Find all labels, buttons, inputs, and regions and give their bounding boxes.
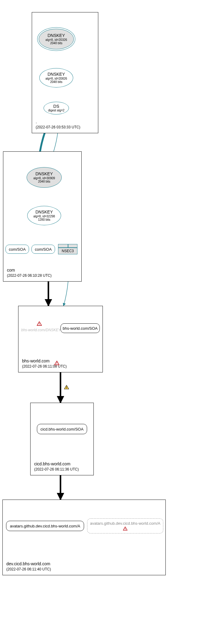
- node-dev-a-ok[interactable]: avatars.github.dev.cicd.bhs-world.com/A: [6, 521, 84, 531]
- zone-root-name: .: [36, 119, 80, 125]
- dnsviz-graph: . (2022-07-26 03:53:33 UTC) DNSKEY alg=8…: [0, 0, 212, 644]
- svg-rect-3: [57, 364, 57, 365]
- node-com-soa-2[interactable]: com/SOA: [31, 245, 55, 254]
- node-root-ksk[interactable]: DNSKEY alg=8, id=20326 2048 bits: [39, 29, 74, 49]
- svg-rect-0: [39, 323, 40, 324]
- zone-bhs-name: bhs-world.com: [22, 358, 50, 364]
- node-com-ksk[interactable]: DNSKEY alg=8, id=30909 2048 bits: [27, 167, 62, 188]
- zone-root-timestamp: (2022-07-26 03:53:33 UTC): [36, 125, 80, 130]
- node-bhs-soa[interactable]: bhs-world.com/SOA: [60, 323, 100, 333]
- zone-bhs-timestamp: (2022-07-26 06:11:08 UTC): [22, 364, 67, 369]
- zone-com-timestamp: (2022-07-26 06:10:28 UTC): [7, 273, 51, 278]
- node-bhs-dnskey-missing[interactable]: bhs-world.com/DNSKEY: [21, 328, 61, 332]
- zone-com-name: com: [7, 267, 51, 273]
- node-root-ds[interactable]: DS digest alg=2: [44, 102, 69, 114]
- node-cicd-soa[interactable]: cicd.bhs-world.com/SOA: [37, 424, 87, 434]
- node-dev-a-error[interactable]: avatars.github.dev.cicd.bhs-world.com/A: [87, 518, 163, 533]
- svg-rect-1: [39, 325, 40, 325]
- zone-bhs-world: bhs-world.com (2022-07-26 06:11:08 UTC): [18, 306, 103, 372]
- zone-cicd-timestamp: (2022-07-26 06:11:36 UTC): [34, 467, 79, 472]
- node-com-zsk[interactable]: DNSKEY alg=8, id=32298 1280 bits: [27, 206, 61, 225]
- zone-dev: dev.cicd.bhs-world.com (2022-07-26 06:11…: [2, 500, 166, 575]
- svg-rect-4: [66, 387, 67, 388]
- svg-rect-7: [125, 529, 125, 530]
- warning-icon: [64, 385, 70, 390]
- error-icon: [36, 321, 42, 326]
- zone-cicd: cicd.bhs-world.com (2022-07-26 06:11:36 …: [30, 403, 94, 475]
- error-icon: [54, 360, 60, 366]
- node-com-soa-1[interactable]: com/SOA: [5, 245, 29, 254]
- svg-rect-6: [125, 528, 125, 529]
- zone-cicd-name: cicd.bhs-world.com: [34, 461, 79, 467]
- svg-rect-5: [66, 388, 67, 389]
- node-nsec3[interactable]: NSEC3: [58, 244, 77, 254]
- zone-dev-name: dev.cicd.bhs-world.com: [6, 561, 51, 567]
- error-icon: [122, 526, 128, 531]
- zone-dev-timestamp: (2022-07-26 06:11:40 UTC): [6, 567, 51, 572]
- node-root-zsk[interactable]: DNSKEY alg=8, id=20826 2048 bits: [39, 68, 73, 88]
- svg-rect-2: [57, 362, 57, 364]
